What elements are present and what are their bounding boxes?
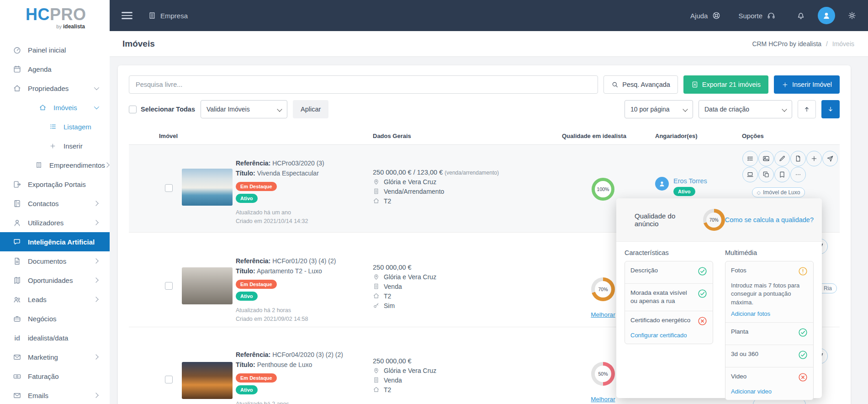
sidebar-item-faturacao[interactable]: Faturação	[0, 367, 110, 386]
sidebar-item-idealista-data[interactable]: id idealista/data	[0, 328, 110, 347]
quality-explainer-link[interactable]: Como se calcula a qualidade?	[725, 216, 814, 223]
sidebar-item-exportacao-portais[interactable]: Exportação Portais	[0, 175, 110, 194]
file-icon[interactable]	[790, 151, 806, 166]
check-circle-icon	[798, 328, 808, 340]
bulk-action-select[interactable]: Validar Imóveis	[201, 100, 287, 118]
page-title: Imóveis	[122, 39, 155, 49]
property-photo[interactable]	[182, 362, 233, 399]
agent-name[interactable]: Eros Torres	[673, 177, 707, 185]
chevron-right-icon	[93, 277, 98, 282]
property-operation: Venda	[373, 377, 562, 384]
sort-ascending-button[interactable]	[798, 100, 816, 118]
add-photos-link[interactable]: Adicionar fotos	[731, 310, 808, 317]
sidebar-item-utilizadores[interactable]: Utilizadores	[0, 213, 110, 232]
select-all-checkbox[interactable]: Selecionar Todas	[129, 106, 195, 113]
insert-property-button[interactable]: Inserir Imóvel	[774, 75, 840, 94]
quality-score[interactable]: 50%	[591, 362, 615, 386]
add-video-link[interactable]: Adicionar video	[731, 388, 808, 395]
more-options-icon[interactable]	[790, 167, 806, 182]
column-header-imovel: Imóvel	[129, 133, 373, 139]
created-text: Criado em 2021/10/14 14:32	[236, 217, 373, 226]
chevron-down-icon	[94, 104, 99, 109]
lifebuoy-icon	[712, 11, 721, 20]
sidebar-item-painel-inicial[interactable]: Painel inicial	[0, 40, 110, 59]
toolbar: Pesq. Avançada Exportar 21 imóveis Inser…	[129, 75, 840, 94]
envelope-icon	[13, 391, 21, 400]
quality-score[interactable]: 70%	[591, 277, 615, 301]
home-icon	[38, 103, 47, 112]
send-icon[interactable]	[822, 151, 838, 166]
property-typology: T2	[373, 197, 562, 205]
company-menu[interactable]: Empresa	[148, 11, 188, 20]
app-window: HCPRO by idealista Painel inicial Agenda…	[0, 0, 868, 404]
row-checkbox[interactable]	[165, 282, 173, 290]
key-icon	[373, 302, 380, 309]
image-icon[interactable]	[758, 151, 774, 166]
configure-certificate-link[interactable]: Configurar certificado	[630, 332, 707, 339]
help-menu[interactable]: Ajuda	[690, 11, 721, 20]
sidebar-item-leads[interactable]: Leads	[0, 290, 110, 309]
sidebar: HCPRO by idealista Painel inicial Agenda…	[0, 0, 110, 404]
advanced-search-button[interactable]: Pesq. Avançada	[603, 75, 678, 94]
sidebar-item-emails[interactable]: Emails	[0, 386, 110, 404]
property-photo[interactable]	[182, 169, 233, 206]
breadcrumb-current: Imóveis	[832, 40, 854, 48]
brand-pro: PRO	[50, 5, 86, 24]
caracteristica-morada: Morada exata visível ou apenas a rua	[630, 289, 694, 305]
breadcrumb-home[interactable]: CRM HCPro by idealista	[752, 40, 821, 48]
map-icon	[13, 276, 21, 285]
user-avatar[interactable]	[818, 7, 835, 24]
sidebar-item-inserir[interactable]: Inserir	[0, 136, 110, 155]
agent-avatar[interactable]	[655, 177, 669, 191]
sidebar-item-listagem[interactable]: Listagem	[0, 117, 110, 136]
sidebar-item-documentos[interactable]: Documentos	[0, 251, 110, 271]
sidebar-item-oportunidades[interactable]: Oportunidades	[0, 271, 110, 290]
check-circle-icon	[698, 289, 707, 301]
improve-link[interactable]: Melhorar	[591, 311, 615, 318]
sort-descending-button[interactable]	[821, 100, 840, 118]
per-page-select[interactable]: 10 por página	[625, 100, 693, 118]
apply-button[interactable]: Aplicar	[293, 100, 328, 118]
copy-icon[interactable]	[758, 167, 774, 182]
sidebar-item-imoveis[interactable]: Imóveis	[0, 98, 110, 117]
checkbox[interactable]	[129, 106, 137, 113]
people-icon	[13, 295, 21, 304]
sidebar-item-agenda[interactable]: Agenda	[0, 59, 110, 79]
support-menu[interactable]: Suporte	[738, 11, 776, 20]
laptop-icon[interactable]	[742, 167, 758, 182]
export-icon	[13, 180, 21, 189]
sidebar-item-contactos[interactable]: Contactos	[0, 194, 110, 213]
building-icon	[148, 11, 156, 20]
sidebar-item-empreendimentos[interactable]: Empreendimentos	[0, 155, 110, 175]
property-keys: Sim	[373, 302, 562, 309]
chevron-down-icon	[94, 85, 99, 90]
search-input[interactable]	[129, 75, 598, 94]
document-icon	[373, 283, 380, 290]
pencil-icon[interactable]	[774, 151, 790, 166]
plus-icon[interactable]	[806, 151, 822, 166]
sidebar-item-negocios[interactable]: Negócios	[0, 309, 110, 328]
sidebar-item-inteligencia-artificial[interactable]: Inteligência Artificial	[0, 232, 110, 251]
export-button[interactable]: Exportar 21 imóveis	[683, 75, 768, 94]
sort-by-select[interactable]: Data de criação	[699, 100, 792, 118]
property-price: 250 000,00 €	[373, 264, 562, 271]
property-reference: Referência: HCFor01/20 (3) (4) (2)	[236, 256, 373, 266]
property-price: 250 000,00 € / 123,00 € (venda/arrendame…	[373, 169, 562, 176]
multimedia-section: Multimédia Fotos Introduz mais 7 fotos p…	[725, 249, 814, 400]
sidebar-item-propriedades[interactable]: Propriedades	[0, 79, 110, 98]
bell-icon[interactable]	[796, 11, 806, 21]
sidebar-item-marketing[interactable]: Marketing	[0, 347, 110, 367]
gear-icon[interactable]	[847, 11, 857, 21]
idealista-data-icon: id	[13, 334, 21, 342]
property-photo[interactable]	[182, 267, 233, 304]
contract-icon[interactable]	[774, 167, 790, 182]
improve-link[interactable]: Melhorar	[591, 396, 615, 403]
row-checkbox[interactable]	[165, 376, 173, 383]
quality-donut: 70%	[703, 209, 725, 231]
brand-logo[interactable]: HCPRO by idealista	[0, 0, 110, 29]
row-checkbox[interactable]	[165, 184, 173, 192]
checklist-icon[interactable]	[742, 151, 758, 166]
plus-icon	[782, 81, 789, 88]
status-badge: Ativo	[236, 194, 258, 203]
menu-icon[interactable]	[122, 12, 132, 19]
